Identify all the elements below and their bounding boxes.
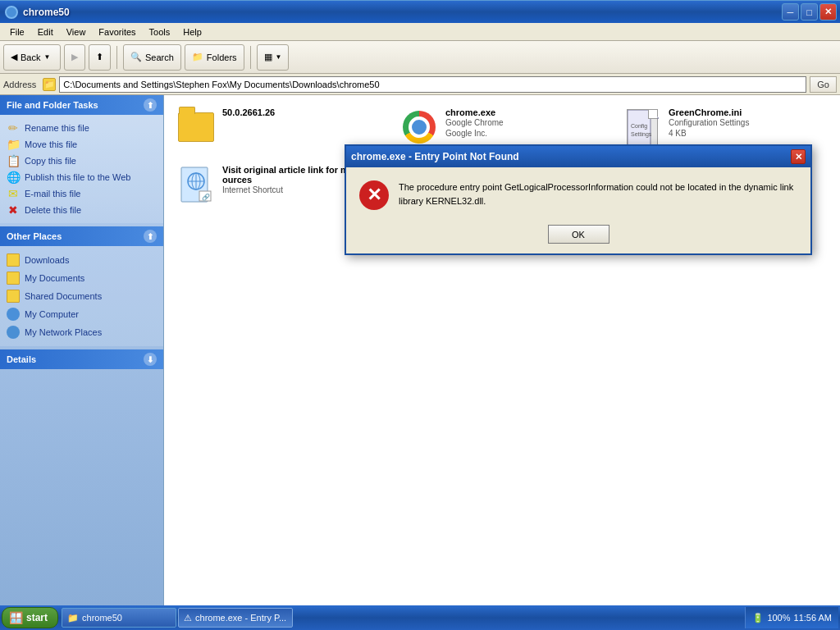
error-icon: ✕	[359, 180, 389, 210]
file-info-config: GreenChrome.ini Configuration Settings 4…	[669, 107, 828, 139]
move-label: Move this file	[25, 139, 77, 149]
taskbar-icon-chrome50: 📁	[67, 613, 79, 623]
publish-icon: 🌐	[7, 171, 20, 184]
address-input[interactable]	[59, 76, 806, 93]
shareddocs-label: Shared Documents	[25, 291, 102, 301]
maximize-button[interactable]: □	[801, 3, 818, 21]
ok-button[interactable]: OK	[548, 225, 609, 244]
shortcut-icon: 🔗	[180, 165, 212, 204]
search-icon: 🔍	[130, 52, 142, 62]
network-link[interactable]: My Network Places	[3, 323, 160, 341]
network-label: My Network Places	[25, 327, 102, 337]
menu-edit[interactable]: Edit	[31, 25, 60, 39]
svg-text:Config: Config	[631, 123, 647, 130]
clock: 11:56 AM	[794, 613, 832, 623]
other-places-header[interactable]: Other Places ⬆	[0, 226, 163, 246]
taskbar-icon-dialog: ⚠	[184, 613, 192, 623]
file-tasks-content: ✏ Rename this file 📁 Move this file 📋 Co…	[0, 115, 163, 223]
dialog-title-bar: chrome.exe - Entry Point Not Found ✕	[346, 146, 810, 167]
title-bar-left: chrome50	[5, 6, 70, 19]
file-desc-chrome2: Google Inc.	[445, 128, 605, 139]
file-tasks-section: File and Folder Tasks ⬆ ✏ Rename this fi…	[0, 95, 163, 223]
battery-level: 100%	[767, 613, 790, 623]
search-button[interactable]: 🔍 Search	[123, 44, 181, 71]
mydocs-folder-icon	[7, 272, 20, 285]
chrome-thumb	[399, 107, 439, 147]
copy-label: Copy this file	[25, 156, 76, 166]
views-button[interactable]: ▦ ▼	[257, 44, 290, 71]
views-dropdown-icon: ▼	[276, 53, 282, 61]
menu-tools[interactable]: Tools	[143, 25, 177, 39]
toolbar-separator-2	[250, 46, 251, 69]
error-dialog: chrome.exe - Entry Point Not Found ✕ ✕ T…	[345, 144, 812, 255]
folders-icon: 📁	[192, 52, 203, 62]
other-places-title: Other Places	[7, 231, 62, 241]
address-bar: Address 📁 Go	[0, 74, 840, 95]
menu-bar: File Edit View Favorites Tools Help	[0, 23, 840, 41]
mycomputer-icon	[7, 308, 20, 321]
close-button[interactable]: ✕	[819, 3, 837, 21]
dialog-close-button[interactable]: ✕	[791, 149, 806, 164]
file-info-folder: 50.0.2661.26	[222, 107, 381, 117]
dialog-footer: OK	[346, 220, 810, 253]
left-panel: File and Folder Tasks ⬆ ✏ Rename this fi…	[0, 95, 164, 605]
rename-label: Rename this file	[25, 123, 89, 133]
menu-view[interactable]: View	[60, 25, 93, 39]
email-task[interactable]: ✉ E-mail this file	[3, 185, 160, 202]
downloads-folder-icon	[7, 253, 20, 267]
move-task[interactable]: 📁 Move this file	[3, 136, 160, 153]
details-header[interactable]: Details ⬇	[0, 349, 163, 369]
downloads-link[interactable]: Downloads	[3, 251, 160, 269]
svg-marker-2	[651, 110, 659, 118]
up-button[interactable]: ⬆	[89, 44, 111, 71]
views-icon: ▦	[264, 52, 272, 62]
delete-task[interactable]: ✖ Delete this file	[3, 202, 160, 218]
taskbar-item-chrome50[interactable]: 📁 chrome50	[62, 608, 176, 628]
details-collapse[interactable]: ⬇	[144, 353, 157, 366]
menu-file[interactable]: File	[3, 25, 31, 39]
go-button[interactable]: Go	[810, 76, 837, 93]
start-button[interactable]: 🪟 start	[2, 607, 58, 628]
publish-task[interactable]: 🌐 Publish this file to the Web	[3, 169, 160, 185]
file-info-chrome: chrome.exe Google Chrome Google Inc.	[445, 107, 605, 139]
config-icon: Config Settings	[627, 109, 658, 145]
forward-arrow-icon: ▶	[71, 52, 78, 62]
file-tasks-title: File and Folder Tasks	[7, 100, 98, 110]
shortcut-thumb: 🔗	[176, 165, 216, 204]
back-dropdown-icon: ▼	[43, 53, 50, 61]
network-icon	[7, 326, 20, 339]
back-arrow-icon: ◀	[11, 52, 17, 62]
svg-text:Settings: Settings	[631, 131, 652, 138]
address-folder-icon: 📁	[43, 78, 56, 91]
file-tasks-header[interactable]: File and Folder Tasks ⬆	[0, 95, 163, 115]
menu-help[interactable]: Help	[176, 25, 208, 39]
copy-task[interactable]: 📋 Copy this file	[3, 153, 160, 169]
dialog-body: ✕ The procedure entry point GetLogicalPr…	[346, 167, 810, 220]
email-label: E-mail this file	[25, 189, 80, 199]
mydocs-link[interactable]: My Documents	[3, 269, 160, 287]
file-name-folder: 50.0.2661.26	[222, 107, 381, 117]
taskbar-label-chrome50: chrome50	[82, 613, 122, 623]
mycomputer-link[interactable]: My Computer	[3, 305, 160, 323]
file-desc-config2: 4 KB	[669, 128, 828, 139]
folders-button[interactable]: 📁 Folders	[185, 44, 244, 71]
minimize-button[interactable]: ─	[782, 3, 799, 21]
title-controls: ─ □ ✕	[782, 3, 837, 21]
window-title: chrome50	[23, 7, 70, 18]
delete-label: Delete this file	[25, 205, 81, 215]
rename-task[interactable]: ✏ Rename this file	[3, 120, 160, 136]
mydocs-label: My Documents	[25, 273, 84, 283]
file-name-config: GreenChrome.ini	[669, 107, 828, 117]
file-tasks-collapse[interactable]: ⬆	[144, 98, 157, 112]
shareddocs-link[interactable]: Shared Documents	[3, 287, 160, 305]
start-label: start	[26, 612, 48, 623]
back-button[interactable]: ◀ Back ▼	[3, 44, 61, 71]
dialog-title-text: chrome.exe - Entry Point Not Found	[351, 151, 519, 162]
battery-icon: 🔋	[752, 613, 764, 623]
other-places-collapse[interactable]: ⬆	[144, 230, 157, 243]
downloads-label: Downloads	[25, 255, 69, 265]
taskbar-item-dialog[interactable]: ⚠ chrome.exe - Entry P...	[178, 608, 293, 628]
menu-favorites[interactable]: Favorites	[92, 25, 142, 39]
folder-thumb	[176, 107, 216, 147]
forward-button[interactable]: ▶	[64, 44, 85, 71]
